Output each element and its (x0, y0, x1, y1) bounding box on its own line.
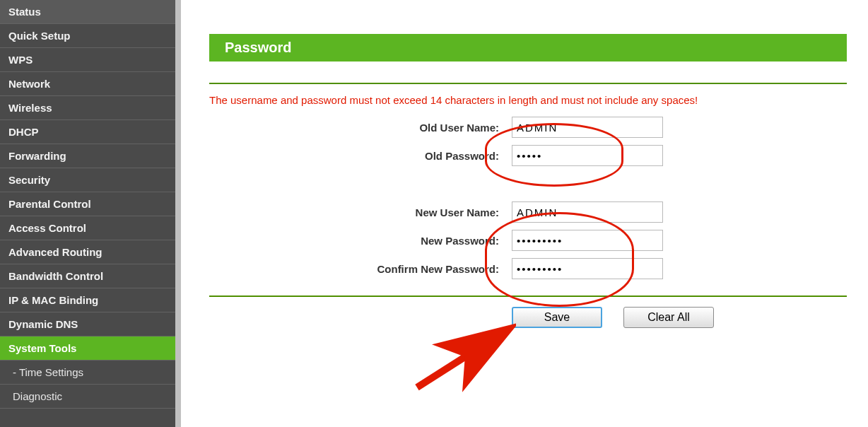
input-confirm-pass[interactable] (512, 258, 663, 279)
input-old-user[interactable] (512, 117, 663, 138)
label-new-pass: New Password: (209, 235, 499, 247)
password-form: Old User Name: Old Password: New User Na… (209, 113, 847, 283)
label-old-user: Old User Name: (209, 122, 499, 134)
sidebar-item-bandwidth-control[interactable]: Bandwidth Control (0, 264, 175, 288)
sidebar-item-time-settings[interactable]: - Time Settings (0, 361, 175, 385)
sidebar-item-access-control[interactable]: Access Control (0, 216, 175, 240)
sidebar-item-security[interactable]: Security (0, 168, 175, 192)
sidebar-item-dynamic-dns[interactable]: Dynamic DNS (0, 312, 175, 337)
input-new-user[interactable] (512, 201, 663, 223)
divider-bottom (209, 296, 847, 297)
sidebar-item-parental-control[interactable]: Parental Control (0, 192, 175, 216)
warning-text: The username and password must not excee… (209, 94, 847, 106)
sidebar-item-forwarding[interactable]: Forwarding (0, 144, 175, 168)
clear-all-button[interactable]: Clear All (623, 307, 714, 328)
content-panel: Password The username and password must … (181, 0, 868, 427)
label-old-pass: Old Password: (209, 150, 499, 162)
divider-top (209, 83, 847, 84)
sidebar: Status Quick Setup WPS Network Wireless … (0, 0, 175, 427)
sidebar-item-wps[interactable]: WPS (0, 48, 175, 72)
save-button[interactable]: Save (512, 307, 602, 328)
label-new-user: New User Name: (209, 206, 499, 218)
input-new-pass[interactable] (512, 230, 663, 251)
label-confirm-pass: Confirm New Password: (209, 263, 499, 275)
input-old-pass[interactable] (512, 145, 663, 166)
sidebar-item-status[interactable]: Status (0, 0, 175, 24)
sidebar-item-diagnostic[interactable]: Diagnostic (0, 385, 175, 409)
sidebar-item-quick-setup[interactable]: Quick Setup (0, 24, 175, 48)
sidebar-item-wireless[interactable]: Wireless (0, 96, 175, 120)
sidebar-item-network[interactable]: Network (0, 72, 175, 96)
sidebar-item-advanced-routing[interactable]: Advanced Routing (0, 240, 175, 264)
sidebar-item-ip-mac-binding[interactable]: IP & MAC Binding (0, 288, 175, 312)
svg-line-0 (417, 338, 495, 387)
sidebar-divider (175, 0, 181, 427)
annotation-arrow-icon (410, 317, 516, 394)
sidebar-item-system-tools[interactable]: System Tools (0, 337, 175, 361)
sidebar-item-dhcp[interactable]: DHCP (0, 120, 175, 144)
panel-title: Password (209, 34, 847, 62)
